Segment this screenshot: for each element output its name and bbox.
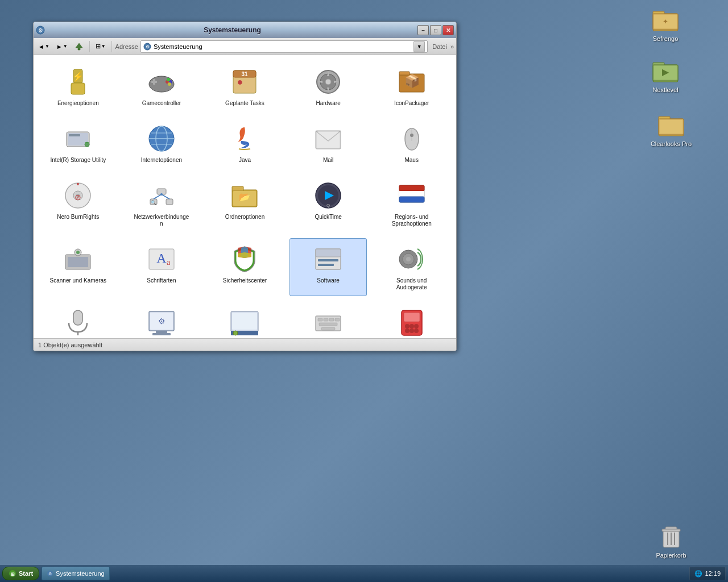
svg-text:⊘: ⊘ — [75, 193, 81, 202]
grid-item-internetoptionen[interactable]: Internetoptionen — [123, 118, 201, 169]
grid-item-geplante-tasks[interactable]: 31●Geplante Tasks — [206, 61, 284, 112]
grid-item-sounds-audio[interactable]: Sounds und Audiogeräte — [373, 238, 450, 296]
sicherheitscenter-icon — [229, 243, 260, 275]
software-icon — [312, 243, 344, 275]
svg-text:✦: ✦ — [663, 18, 668, 26]
grid-item-nero-burnrights[interactable]: ⊘Nero BurnRights — [39, 174, 117, 232]
schriftarten-label: Schriftarten — [147, 277, 176, 284]
intel-storage-label: Intel(R) Storage Utility — [50, 157, 106, 164]
grid-item-mail[interactable]: Mail — [289, 118, 367, 169]
back-button[interactable]: ◄ ▼ — [36, 40, 52, 53]
svg-point-123 — [410, 329, 414, 333]
energieoptionen-icon: ⚡ — [62, 66, 94, 98]
toolbar-separator — [89, 41, 90, 52]
grid-item-ordneroptionen[interactable]: 📂Ordneroptionen — [206, 174, 284, 232]
svg-rect-103 — [156, 331, 167, 333]
maximize-button[interactable]: □ — [430, 25, 441, 35]
address-bar[interactable]: ⚙ Systemsteuerung ▼ — [140, 40, 428, 53]
internetoptionen-icon — [146, 123, 177, 155]
svg-rect-65 — [166, 199, 173, 205]
forward-button[interactable]: ► ▼ — [54, 40, 70, 53]
svg-rect-30 — [153, 79, 155, 85]
svg-point-57 — [410, 134, 413, 137]
desktop-icon-nextlevel[interactable]: ▶ Nextlevel — [640, 57, 691, 94]
geplante-tasks-icon: 31● — [229, 66, 260, 98]
internetoptionen-label: Internetoptionen — [141, 157, 182, 164]
svg-point-121 — [414, 324, 419, 329]
grid-item-taskleiste-startmenu[interactable]: Taskleiste und Startmenü — [206, 302, 284, 338]
svg-text:●: ● — [237, 76, 243, 88]
grid-item-netzwerkverbindungen[interactable]: 🔍Netzwerkverbindungen — [123, 174, 201, 232]
grid-item-sicherheitscenter[interactable]: Sicherheitscenter — [206, 238, 284, 296]
network-icon: 🌐 — [694, 570, 702, 577]
taskbar-active-window[interactable]: ⚙ Systemsteuerung — [42, 567, 110, 580]
svg-rect-71 — [232, 186, 243, 191]
gamecontroller-label: Gamecontroller — [142, 100, 181, 107]
svg-text:▶: ▶ — [662, 67, 669, 77]
desktop-icon-papierkorb[interactable]: Papierkorb — [646, 522, 697, 559]
grid-item-tastatur[interactable]: Tastatur — [289, 302, 367, 338]
grid-item-software[interactable]: Software — [289, 238, 367, 296]
more-button[interactable]: » — [450, 43, 454, 50]
svg-point-34 — [168, 82, 171, 86]
svg-rect-94 — [318, 259, 338, 261]
grid-item-sprachein-ausgabe[interactable]: Sprachein-/ausgabe — [39, 302, 117, 338]
grid-item-regions-sprachoptionen[interactable]: Regions- und Sprachoptionen — [373, 174, 450, 232]
svg-rect-111 — [318, 318, 322, 321]
grid-item-telefon-modem[interactable]: Telefon- und Modemoptionen — [373, 302, 450, 338]
svg-marker-22 — [76, 43, 82, 50]
grid-item-system[interactable]: ⚙System — [123, 302, 201, 338]
view-dropdown-icon: ▼ — [101, 44, 106, 49]
view-button[interactable]: ⊞ ▼ — [93, 40, 108, 53]
energieoptionen-label: Energieoptionen — [57, 100, 99, 107]
quicktime-label: QuickTime — [315, 214, 341, 221]
grid-item-energieoptionen[interactable]: ⚡Energieoptionen — [39, 61, 117, 112]
minimize-button[interactable]: – — [417, 25, 429, 35]
nextlevel-label: Nextlevel — [652, 86, 678, 94]
scanner-kameras-icon — [62, 243, 94, 275]
svg-rect-81 — [399, 197, 424, 202]
view-icon: ⊞ — [96, 43, 101, 50]
grid-item-maus[interactable]: Maus — [373, 118, 450, 169]
up-button[interactable] — [72, 40, 86, 53]
close-button[interactable]: ✕ — [442, 25, 454, 35]
datei-label[interactable]: Datei — [432, 43, 447, 50]
address-dropdown[interactable]: ▼ — [413, 41, 425, 52]
svg-point-120 — [410, 324, 414, 329]
mail-label: Mail — [323, 157, 333, 164]
grid-item-java[interactable]: Java — [206, 118, 284, 169]
address-text: Systemsteuerung — [154, 43, 202, 50]
grid-item-iconpackager[interactable]: 📦IconPackager — [373, 61, 450, 112]
trash-icon — [657, 522, 685, 550]
statusbar: 1 Objekt(e) ausgewählt — [34, 338, 456, 351]
sprachein-ausgabe-icon — [62, 307, 94, 338]
svg-text:📂: 📂 — [239, 192, 250, 202]
address-icon: ⚙ — [143, 43, 151, 51]
svg-rect-116 — [321, 327, 335, 330]
forward-arrow-icon: ► — [56, 43, 63, 50]
grid-item-scanner-kameras[interactable]: Scanner und Kameras — [39, 238, 117, 296]
window-content: ⚡EnergieoptionenGamecontroller31●Geplant… — [34, 55, 456, 338]
svg-rect-47 — [69, 134, 80, 136]
svg-rect-113 — [329, 318, 334, 321]
toolbar-separator-2 — [111, 41, 112, 52]
grid-item-hardware[interactable]: Hardware — [289, 61, 367, 112]
start-button[interactable]: ⊞ Start — [2, 567, 39, 580]
grid-item-intel-storage[interactable]: Intel(R) Storage Utility — [39, 118, 117, 169]
grid-item-quicktime[interactable]: QQuickTime — [289, 174, 367, 232]
maus-icon — [396, 123, 428, 155]
svg-rect-95 — [318, 264, 334, 266]
svg-text:⚡: ⚡ — [72, 71, 84, 82]
svg-text:📦: 📦 — [404, 73, 420, 89]
svg-point-41 — [325, 79, 331, 85]
systemsteuerung-window: ⚙ Systemsteuerung – □ ✕ ◄ ▼ ► ▼ ⊞ ▼ — [33, 22, 457, 351]
grid-item-gamecontroller[interactable]: Gamecontroller — [123, 61, 201, 112]
sicherheitscenter-label: Sicherheitscenter — [223, 277, 267, 284]
grid-item-schriftarten[interactable]: AaSchriftarten — [123, 238, 201, 296]
svg-text:⚙: ⚙ — [145, 44, 149, 49]
maus-label: Maus — [404, 157, 418, 164]
desktop-icon-sefrengo[interactable]: ✦ Sefrengo — [640, 6, 691, 43]
folder-icon — [657, 111, 685, 138]
window-icon: ⚙ — [36, 26, 45, 35]
desktop-icon-clearlooks[interactable]: Clearlooks Pro — [646, 111, 697, 148]
